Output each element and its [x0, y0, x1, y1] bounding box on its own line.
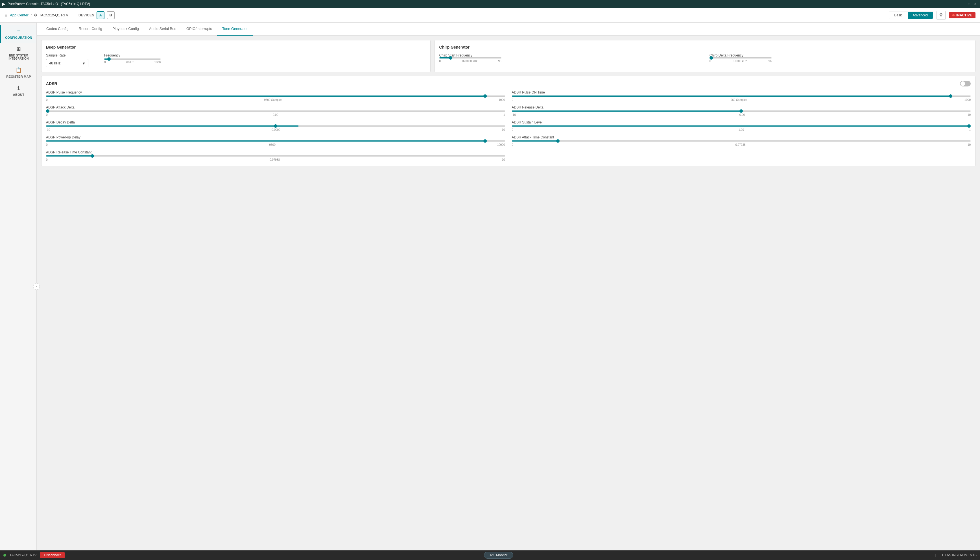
chirp-generator-content: Chirp Start Frequency 0 16.0000 kHz 96	[439, 53, 971, 63]
adsr-pulse-freq-param: ADSR Pulse Frequency 0 9600 Samples 1000	[46, 90, 505, 102]
tab-record-config[interactable]: Record Config	[74, 23, 107, 36]
sidebar-item-end-system[interactable]: ⊞ END SYSTEM INTEGRATION	[0, 43, 37, 63]
i2c-monitor-button[interactable]: I2C Monitor	[484, 552, 513, 558]
adsr-pulse-on-time-slider[interactable]	[512, 95, 971, 97]
beep-generator-card: Beep Generator Sample Rate 48 kHz 8 kHz …	[41, 40, 430, 72]
beep-generator-title: Beep Generator	[46, 45, 426, 50]
sidebar-item-configuration[interactable]: ≡ CONFIGURATION	[0, 25, 37, 43]
advanced-mode-button[interactable]: Advanced	[908, 12, 933, 18]
chirp-start-max: 96	[498, 60, 501, 63]
disconnect-button[interactable]: Disconnect	[40, 552, 65, 558]
frequency-slider[interactable]	[104, 58, 161, 60]
mode-toggle: Basic Advanced	[889, 12, 933, 19]
adsr-sl-min: 0	[512, 128, 513, 132]
chirp-delta-freq-slider[interactable]	[709, 57, 772, 58]
adsr-powerup-delay-slider[interactable]	[46, 140, 505, 142]
adsr-dd-max: 10	[502, 128, 505, 132]
adsr-rd-min: -10	[512, 113, 516, 117]
adsr-pulse-on-time-label: ADSR Pulse ON Time	[512, 90, 971, 94]
adsr-pd-min: 0	[46, 143, 48, 147]
tab-gpio-interrupts[interactable]: GPIO/Interrupts	[181, 23, 217, 36]
app-title: PurePath™ Console -TAC5x1x-Q1 (TAC5x1x-Q…	[8, 2, 960, 6]
svg-point-1	[940, 15, 942, 16]
devices-label: DEVICES	[78, 13, 94, 17]
app-icon: ▶	[2, 2, 5, 6]
chirp-start-freq-slider[interactable]	[439, 57, 502, 58]
breadcrumb-separator: /	[31, 13, 32, 17]
tab-playback-config[interactable]: Playback Config	[107, 23, 144, 36]
sidebar: ≡ CONFIGURATION ⊞ END SYSTEM INTEGRATION…	[0, 23, 37, 550]
adsr-decay-delta-param: ADSR Decay Delta -10 0.0000 10	[46, 120, 505, 132]
adsr-params-grid: ADSR Pulse Frequency 0 9600 Samples 1000…	[46, 90, 971, 161]
adsr-header: ADSR	[46, 81, 971, 87]
adsr-pulse-freq-label: ADSR Pulse Frequency	[46, 90, 505, 94]
adsr-attack-time-param: ADSR Attack Time Constant 0 0.97938 10	[512, 135, 971, 147]
sample-rate-select[interactable]: 48 kHz 8 kHz 16 kHz 44.1 kHz 96 kHz	[46, 59, 88, 67]
adsr-rt-value: 0.97938	[270, 158, 280, 161]
device-b-badge[interactable]: B	[107, 11, 115, 19]
adsr-pf-value: 9600 Samples	[264, 98, 282, 102]
basic-mode-button[interactable]: Basic	[889, 12, 907, 18]
restore-button[interactable]: □	[967, 2, 972, 7]
adsr-attack-delta-label: ADSR Attack Delta	[46, 105, 505, 109]
adsr-decay-delta-slider[interactable]	[46, 125, 505, 127]
freq-min-label: 0	[104, 61, 106, 64]
tab-bar: Codec Config Record Config Playback Conf…	[37, 23, 980, 36]
connection-status-dot	[3, 554, 6, 557]
chirp-delta-freq-col: Chirp Delta Frequency 0 0.0000 kHz 96	[709, 53, 971, 63]
adsr-attack-time-slider[interactable]	[512, 140, 971, 142]
device-a-badge[interactable]: A	[96, 11, 105, 19]
adsr-sustain-level-slider[interactable]	[512, 125, 971, 127]
sidebar-item-about[interactable]: ℹ ABOUT	[0, 82, 37, 100]
sample-rate-label: Sample Rate	[46, 53, 94, 57]
adsr-release-time-slider[interactable]	[46, 155, 505, 157]
inactive-badge: INACTIVE	[949, 12, 975, 18]
adsr-attack-delta-slider[interactable]	[46, 110, 505, 112]
snapshot-button[interactable]	[937, 11, 945, 20]
adsr-at-max: 10	[968, 143, 971, 147]
adsr-rd-value: -0.00	[739, 113, 745, 117]
chirp-start-min: 0	[439, 60, 441, 63]
device-name: TAC5x1x-Q1 RTV	[39, 13, 68, 17]
chirp-generator-title: Chirp Generator	[439, 45, 971, 50]
inactive-label: INACTIVE	[956, 13, 972, 17]
app-center-link[interactable]: App Center	[10, 13, 28, 17]
device-breadcrumb: ⚙ TAC5x1x-Q1 RTV	[34, 13, 68, 17]
svg-rect-0	[939, 14, 943, 17]
ti-logo: TI TEXAS INSTRUMENTS	[933, 552, 977, 558]
frequency-section: Frequency 0 60 Hz 1000	[104, 53, 426, 64]
beep-sample-rate-section: Sample Rate 48 kHz 8 kHz 16 kHz 44.1 kHz…	[46, 53, 94, 67]
chirp-start-freq-col: Chirp Start Frequency 0 16.0000 kHz 96	[439, 53, 701, 63]
sidebar-end-system-label: END SYSTEM INTEGRATION	[3, 54, 34, 60]
ti-logo-text: TEXAS INSTRUMENTS	[940, 553, 977, 557]
adsr-release-delta-param: ADSR Release Delta -10 -0.00 10	[512, 105, 971, 117]
adsr-powerup-delay-label: ADSR Power-up Delay	[46, 135, 505, 139]
adsr-ad-max: 1	[503, 113, 505, 117]
tab-audio-serial-bus[interactable]: Audio Serial Bus	[144, 23, 181, 36]
minimize-button[interactable]: ─	[960, 2, 965, 7]
tab-codec-config[interactable]: Codec Config	[41, 23, 74, 36]
adsr-sustain-level-param: ADSR Sustain Level 0 1.00 1	[512, 120, 971, 132]
adsr-title: ADSR	[46, 82, 57, 86]
adsr-rt-max: 10	[502, 158, 505, 161]
adsr-release-delta-slider[interactable]	[512, 110, 971, 112]
adsr-attack-time-label: ADSR Attack Time Constant	[512, 135, 971, 139]
register-map-icon: 📋	[15, 67, 22, 73]
sidebar-item-register-map[interactable]: 📋 REGISTER MAP	[0, 63, 37, 82]
adsr-rd-max: 10	[968, 113, 971, 117]
adsr-toggle[interactable]	[960, 81, 971, 87]
about-icon: ℹ	[18, 85, 20, 91]
chirp-delta-max: 96	[769, 60, 772, 63]
chirp-delta-value: 0.0000 kHz	[733, 60, 747, 63]
beep-generator-content: Sample Rate 48 kHz 8 kHz 16 kHz 44.1 kHz…	[46, 53, 426, 67]
grid-icon: ⊞	[5, 13, 8, 17]
adsr-sl-value: 1.00	[739, 128, 744, 132]
frequency-slider-container: 0 60 Hz 1000	[104, 58, 426, 64]
chirp-generator-card: Chirp Generator Chirp Start Frequency 0 …	[435, 40, 975, 72]
content-area: ≡ CONFIGURATION ⊞ END SYSTEM INTEGRATION…	[0, 23, 980, 550]
adsr-release-delta-label: ADSR Release Delta	[512, 105, 971, 109]
tab-tone-generator[interactable]: Tone Generator	[217, 23, 253, 36]
close-button[interactable]: ✕	[973, 2, 978, 7]
adsr-pulse-freq-slider[interactable]	[46, 95, 505, 97]
sidebar-collapse-button[interactable]: ‹	[33, 283, 40, 290]
